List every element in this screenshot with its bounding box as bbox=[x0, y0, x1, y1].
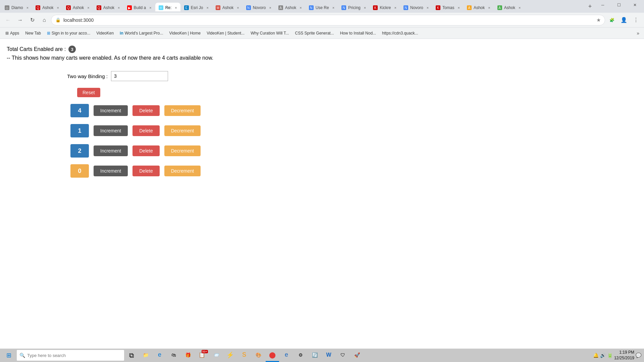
forward-button[interactable]: → bbox=[15, 15, 25, 25]
tab-close-ashok1[interactable]: × bbox=[57, 6, 59, 10]
notification-icon[interactable]: 🔔 bbox=[593, 353, 599, 358]
tab-close-kickre[interactable]: × bbox=[394, 6, 396, 10]
tab-close-usere[interactable]: × bbox=[332, 6, 334, 10]
tab-kickre[interactable]: KKickre× bbox=[370, 3, 400, 11]
tab-ashok5[interactable]: AAshok× bbox=[464, 3, 494, 11]
address-bar[interactable]: 🔒 ★ bbox=[51, 15, 605, 25]
tab-tomas[interactable]: KTomas× bbox=[432, 3, 463, 11]
tab-close-ashok2[interactable]: × bbox=[87, 6, 89, 10]
taskbar-file-explorer[interactable]: 📁 bbox=[139, 349, 152, 362]
tab-close-novoro1[interactable]: × bbox=[269, 6, 271, 10]
action-center-icon[interactable]: 💬 bbox=[636, 353, 641, 358]
tab-ashok1[interactable]: QAshok× bbox=[32, 3, 62, 11]
tab-close-react[interactable]: × bbox=[175, 6, 177, 10]
tab-close-ashok5[interactable]: × bbox=[488, 6, 490, 10]
task-view-button[interactable]: ⧉ bbox=[125, 349, 138, 362]
reload-button[interactable]: ↻ bbox=[27, 15, 38, 25]
start-button[interactable]: ⊞ bbox=[1, 349, 16, 362]
bookmark-videoken-home[interactable]: VideoKen | Home bbox=[167, 29, 204, 37]
taskbar-search[interactable]: 🔍 bbox=[17, 350, 124, 361]
increment-button-1[interactable]: Increment bbox=[94, 125, 128, 136]
bookmark-newtab[interactable]: New Tab bbox=[22, 29, 43, 37]
maximize-button[interactable]: ☐ bbox=[611, 0, 627, 11]
decrement-button-1[interactable]: Decrement bbox=[164, 125, 201, 136]
bookmark-css-sprite[interactable]: CSS Sprite Generat... bbox=[292, 29, 337, 37]
taskbar-update[interactable]: 🔄 bbox=[308, 349, 321, 362]
decrement-button-3[interactable]: Decrement bbox=[164, 166, 201, 176]
volume-icon[interactable]: 🔊 bbox=[600, 353, 606, 358]
delete-button-2[interactable]: Delete bbox=[132, 145, 159, 156]
tab-close-pricing[interactable]: × bbox=[364, 6, 366, 10]
extensions-button[interactable]: 🧩 bbox=[606, 15, 617, 25]
minimize-button[interactable]: ─ bbox=[595, 0, 610, 11]
tab-build[interactable]: ▶Build a× bbox=[124, 3, 155, 11]
close-button[interactable]: ✕ bbox=[627, 0, 643, 11]
tab-novoro2[interactable]: NNovoro× bbox=[400, 3, 432, 11]
tab-close-ashok4[interactable]: × bbox=[300, 6, 302, 10]
tab-close-ashok3[interactable]: × bbox=[118, 6, 120, 10]
taskbar-antivirus[interactable]: 🛡 bbox=[336, 349, 350, 362]
taskbar-edge[interactable]: e bbox=[153, 349, 166, 362]
bookmark-videoken-student[interactable]: VideoKen | Student... bbox=[204, 29, 247, 37]
tab-esri[interactable]: EEsri Jo× bbox=[181, 3, 212, 11]
delete-button-3[interactable]: Delete bbox=[132, 166, 159, 176]
tab-ashok3[interactable]: QAshok× bbox=[93, 3, 123, 11]
bookmark-videoken[interactable]: VideoKen bbox=[94, 29, 116, 37]
taskbar-settings[interactable]: ⚙ bbox=[294, 349, 307, 362]
bookmark-cdn3[interactable]: https://cdn3.quack... bbox=[379, 29, 421, 37]
new-tab-button[interactable]: + bbox=[585, 2, 595, 11]
tab-close-esri[interactable]: × bbox=[206, 6, 208, 10]
tab-usere[interactable]: NUse Re× bbox=[306, 3, 338, 11]
taskbar-time[interactable]: 1:19 PM 12/25/2019 bbox=[614, 350, 634, 361]
tab-ashok2[interactable]: QAshok× bbox=[63, 3, 93, 11]
tab-diamo[interactable]: ◇Diamo× bbox=[1, 3, 32, 11]
bookmark-apps[interactable]: ⊞ Apps bbox=[3, 29, 22, 37]
bookmark-nodejs[interactable]: How to Install Nod... bbox=[337, 29, 379, 37]
profile-button[interactable]: 👤 bbox=[619, 15, 629, 25]
star-icon[interactable]: ★ bbox=[596, 17, 601, 23]
decrement-button-0[interactable]: Decrement bbox=[164, 105, 201, 116]
tab-close-novoro2[interactable]: × bbox=[427, 6, 429, 10]
increment-button-3[interactable]: Increment bbox=[94, 166, 128, 176]
tab-close-gmail[interactable]: × bbox=[237, 6, 239, 10]
tab-novoro1[interactable]: NNovoro× bbox=[243, 3, 275, 11]
url-input[interactable] bbox=[63, 17, 594, 23]
bookmark-linkedin[interactable]: in World's Largest Pro... bbox=[117, 29, 166, 37]
tab-gmail[interactable]: MAshok× bbox=[212, 3, 243, 11]
tab-react[interactable]: ⚛Re:× bbox=[155, 3, 180, 11]
back-button[interactable]: ← bbox=[3, 15, 13, 25]
taskbar-paint[interactable]: 🎨 bbox=[252, 349, 265, 362]
taskbar-mail[interactable]: 📨 bbox=[209, 349, 223, 362]
tab-close-tomas[interactable]: × bbox=[458, 6, 460, 10]
taskbar-sublime[interactable]: S bbox=[237, 349, 251, 362]
bookmarks-overflow-button[interactable]: » bbox=[635, 29, 641, 37]
battery-icon[interactable]: 🔋 bbox=[607, 353, 613, 358]
tab-close-diamo[interactable]: × bbox=[26, 6, 29, 10]
bookmark-signin[interactable]: ⊞ Sign in to your acco... bbox=[44, 29, 93, 37]
tab-close-ashok6[interactable]: × bbox=[519, 6, 521, 10]
taskbar-badge[interactable]: 📋 99+ bbox=[195, 349, 209, 362]
home-button[interactable]: ⌂ bbox=[39, 15, 50, 25]
increment-button-2[interactable]: Increment bbox=[94, 145, 128, 156]
increment-button-0[interactable]: Increment bbox=[94, 105, 128, 116]
tab-close-build[interactable]: × bbox=[149, 6, 151, 10]
delete-button-0[interactable]: Delete bbox=[132, 105, 159, 116]
window-controls: ─ ☐ ✕ bbox=[595, 0, 643, 13]
taskbar-word[interactable]: W bbox=[322, 349, 335, 362]
bookmark-curation[interactable]: Why Curation Will T... bbox=[248, 29, 291, 37]
taskbar-search-input[interactable] bbox=[27, 353, 121, 358]
menu-button[interactable]: ⋮ bbox=[631, 15, 641, 25]
taskbar-vscode[interactable]: ⚡ bbox=[223, 349, 237, 362]
tab-ashok4[interactable]: AAshok× bbox=[275, 3, 305, 11]
taskbar-gift[interactable]: 🎁 bbox=[181, 349, 195, 362]
decrement-button-2[interactable]: Decrement bbox=[164, 145, 201, 156]
taskbar-rocket[interactable]: 🚀 bbox=[350, 349, 364, 362]
reset-button[interactable]: Reset bbox=[77, 88, 100, 97]
tab-pricing[interactable]: NPricing× bbox=[338, 3, 369, 11]
taskbar-store[interactable]: 🛍 bbox=[167, 349, 180, 362]
taskbar-chrome[interactable]: ⬤ bbox=[266, 349, 279, 362]
tab-ashok6[interactable]: AAshok× bbox=[494, 3, 524, 11]
binding-input[interactable] bbox=[111, 71, 168, 81]
delete-button-1[interactable]: Delete bbox=[132, 125, 159, 136]
taskbar-ie[interactable]: e bbox=[280, 349, 293, 362]
